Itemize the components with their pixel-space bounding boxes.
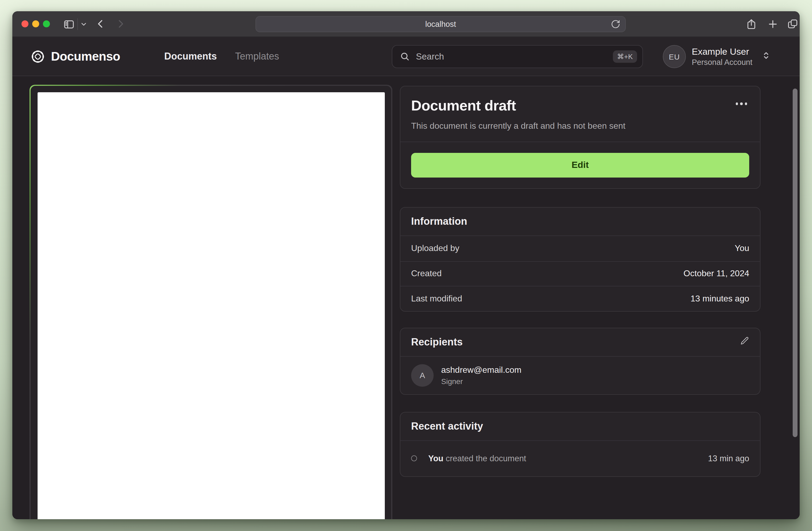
recipients-card: Recipients A ashdrew@email.com Signer (400, 327, 760, 395)
recent-activity-card: Recent activity You created the document… (400, 412, 760, 476)
user-name: Example User (692, 46, 752, 58)
draft-card-title: Document draft (411, 98, 749, 114)
desktop: localhost (0, 0, 812, 531)
brand-name: Documenso (51, 49, 120, 64)
info-row-uploaded-by: Uploaded by You (400, 236, 760, 261)
information-card: Information Uploaded by You Created Octo… (400, 207, 760, 311)
document-sidebar: Document draft This document is currentl… (400, 86, 760, 476)
information-card-title: Information (411, 216, 467, 227)
address-bar[interactable]: localhost (256, 16, 626, 32)
info-row-created: Created October 11, 2024 (400, 261, 760, 286)
tab-overview-icon[interactable] (787, 18, 799, 30)
new-tab-icon[interactable] (767, 18, 779, 30)
documenso-logo-icon (31, 49, 45, 64)
share-icon[interactable] (745, 18, 757, 30)
back-button-icon[interactable] (95, 18, 106, 29)
information-card-header: Information (400, 208, 760, 236)
document-page-preview (38, 92, 385, 519)
main-content: Document draft This document is currentl… (12, 76, 800, 519)
search-icon (400, 51, 410, 62)
more-options-icon[interactable] (734, 100, 749, 107)
recent-activity-card-header: Recent activity (400, 412, 760, 441)
minimize-window-button[interactable] (32, 20, 39, 27)
close-window-button[interactable] (21, 20, 28, 27)
edit-button[interactable]: Edit (411, 153, 749, 178)
recipients-card-header: Recipients (400, 328, 760, 356)
document-preview-frame (31, 86, 391, 519)
document-draft-card: Document draft This document is currentl… (400, 86, 760, 189)
search-placeholder: Search (416, 51, 613, 62)
sidebar-toggle-icon[interactable] (63, 18, 75, 31)
forward-button-icon[interactable] (115, 18, 126, 29)
info-value: October 11, 2024 (683, 269, 749, 279)
recipient-role: Signer (441, 377, 521, 385)
chevron-up-down-icon (762, 51, 771, 62)
recipient-row: A ashdrew@email.com Signer (400, 356, 760, 394)
browser-toolbar: localhost (12, 11, 800, 37)
recent-activity-card-title: Recent activity (411, 420, 483, 432)
info-row-last-modified: Last modified 13 minutes ago (400, 286, 760, 311)
draft-card-actions: Edit (400, 142, 760, 188)
brand-logo[interactable]: Documenso (31, 37, 120, 76)
info-value: 13 minutes ago (691, 294, 749, 304)
info-value: You (735, 244, 749, 253)
zoom-window-button[interactable] (43, 20, 50, 27)
scrollbar-thumb[interactable] (793, 89, 798, 437)
user-account-type: Personal Account (692, 57, 752, 67)
avatar: EU (663, 45, 686, 68)
activity-status-icon (411, 455, 417, 461)
draft-card-subtitle: This document is currently a draft and h… (411, 121, 749, 131)
draft-card-header: Document draft This document is currentl… (400, 86, 760, 142)
chevron-down-icon[interactable] (80, 20, 87, 28)
edit-recipients-icon[interactable] (740, 336, 749, 348)
address-bar-url: localhost (425, 20, 456, 28)
account-menu[interactable]: EU Example User Personal Account (663, 37, 771, 76)
toolbar-divider (77, 18, 78, 30)
nav-documents[interactable]: Documents (164, 51, 217, 62)
browser-window: localhost (12, 11, 800, 519)
recipient-avatar: A (411, 364, 434, 386)
recipient-email: ashdrew@email.com (441, 365, 521, 375)
info-label: Uploaded by (411, 244, 460, 253)
activity-action: created the document (446, 454, 526, 462)
app-header: Documenso Documents Templates Search ⌘+K… (12, 37, 800, 76)
info-label: Last modified (411, 294, 462, 304)
recipients-card-title: Recipients (411, 336, 463, 348)
information-rows: Uploaded by You Created October 11, 2024… (400, 236, 760, 311)
info-label: Created (411, 269, 442, 279)
search-shortcut-badge: ⌘+K (613, 50, 637, 63)
reload-icon[interactable] (611, 19, 620, 31)
activity-actor: You (428, 454, 443, 462)
activity-item: You created the document 13 min ago (400, 441, 760, 476)
document-preview-panel (30, 85, 392, 519)
search-input[interactable]: Search ⌘+K (392, 45, 643, 68)
activity-description: You created the document (428, 454, 708, 463)
main-nav: Documents Templates (164, 37, 279, 76)
activity-time: 13 min ago (708, 454, 749, 463)
nav-templates[interactable]: Templates (235, 51, 279, 62)
